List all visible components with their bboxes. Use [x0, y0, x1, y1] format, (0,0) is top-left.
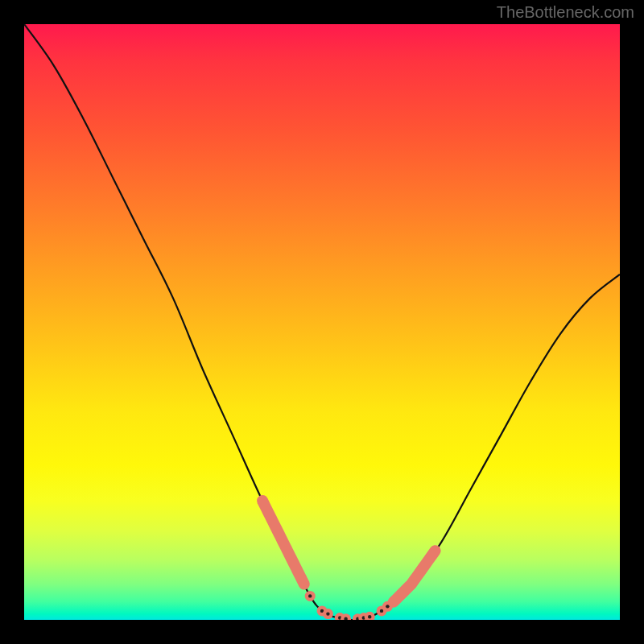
plot-area — [24, 24, 620, 620]
curve-svg — [24, 24, 620, 620]
marker-dot-center — [326, 612, 329, 615]
highlight-segment — [262, 501, 304, 584]
marker-dot-center — [368, 615, 371, 618]
bottleneck-curve — [24, 24, 620, 620]
marker-dot-center — [308, 594, 312, 597]
watermark-text: TheBottleneck.com — [497, 3, 634, 22]
highlight-segment — [394, 551, 436, 602]
marker-group — [305, 591, 393, 620]
marker-dot-center — [386, 605, 389, 608]
curve-group — [24, 24, 620, 620]
highlight-group — [262, 501, 436, 602]
marker-dot-center — [380, 609, 383, 613]
chart-container: TheBottleneck.com — [0, 0, 644, 644]
